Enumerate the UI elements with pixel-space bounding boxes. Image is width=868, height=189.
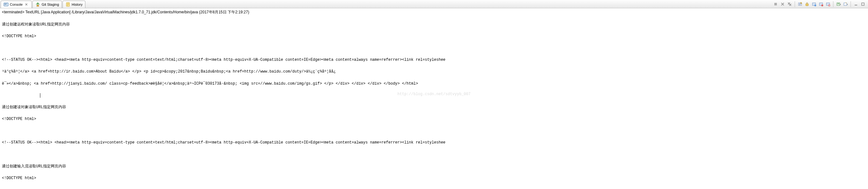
svg-point-9	[821, 4, 823, 6]
console-output[interactable]: 通过创建远程对象读取URL指定网页内容 <!DOCTYPE html> <!--…	[0, 16, 868, 189]
separator	[850, 1, 851, 7]
svg-rect-11	[829, 5, 830, 6]
minimize-button[interactable]	[853, 1, 859, 7]
scroll-lock-button[interactable]	[804, 1, 810, 7]
output-line	[2, 45, 866, 51]
tab-console-label: Console	[10, 3, 23, 6]
display-selected-console-button[interactable]	[835, 1, 842, 7]
history-icon	[65, 2, 70, 7]
show-console-on-out-button[interactable]	[811, 1, 817, 7]
tab-git-staging[interactable]: Git Staging	[32, 1, 62, 8]
maximize-button[interactable]	[860, 1, 866, 7]
output-line: 通过创建远程对象读取URL指定网页内容	[2, 22, 866, 28]
remove-all-terminated-button[interactable]	[786, 1, 793, 7]
terminate-button[interactable]	[772, 1, 779, 7]
launch-status-line: <terminated> TextURL [Java Application] …	[0, 8, 868, 16]
svg-rect-14	[855, 5, 857, 5]
path-label: /Library/Java/JavaVirtualMachines/jdk1.7…	[71, 10, 198, 14]
output-line: è¯»</a>&nbsp; <a href=http://jianyi.baid…	[2, 81, 866, 87]
output-line: ³ä°ç¾åº¦</a> <a href=http://ir.baidu.com…	[2, 69, 866, 75]
remove-launch-button[interactable]	[779, 1, 786, 7]
console-icon	[3, 2, 8, 7]
svg-rect-1	[37, 5, 39, 6]
tab-git-staging-label: Git Staging	[41, 3, 59, 6]
git-staging-icon	[35, 2, 40, 7]
output-line	[2, 152, 866, 158]
tab-history[interactable]: History	[63, 1, 85, 8]
separator	[795, 1, 795, 7]
tab-history-label: History	[72, 3, 83, 6]
clear-console-button[interactable]	[797, 1, 803, 7]
output-line	[2, 187, 866, 189]
output-line: 通过创建读对象读取URL指定网页内容	[2, 104, 866, 110]
output-line	[2, 128, 866, 134]
open-console-button[interactable]	[842, 1, 849, 7]
separator	[833, 1, 833, 7]
svg-point-7	[814, 4, 816, 6]
text-cursor	[2, 92, 866, 99]
output-line: 通过创建输入流读取URL指定网页内容	[2, 164, 866, 169]
output-line: <!DOCTYPE html>	[2, 175, 866, 181]
output-line: <!--STATUS OK--><html> <head><meta http-…	[2, 57, 866, 63]
pin-console-button[interactable]	[825, 1, 831, 7]
output-line: <!--STATUS OK--><html> <head><meta http-…	[2, 140, 866, 146]
tab-console[interactable]: Console	[1, 1, 32, 8]
output-line: <!DOCTYPE html>	[2, 116, 866, 122]
toolbar-actions	[772, 0, 868, 8]
close-tab-icon[interactable]	[24, 2, 29, 7]
show-console-on-err-button[interactable]	[818, 1, 824, 7]
output-line: <!DOCTYPE html>	[2, 33, 866, 39]
terminated-label: <terminated>	[2, 10, 25, 14]
timestamp-label: (2017年8月15日 下午2:19:27)	[199, 10, 249, 14]
program-label: TextURL [Java Application]	[25, 10, 70, 14]
svg-rect-15	[862, 3, 864, 5]
svg-rect-5	[806, 4, 808, 6]
view-tab-bar: Console Git Staging History	[0, 0, 868, 8]
svg-rect-3	[774, 3, 777, 5]
